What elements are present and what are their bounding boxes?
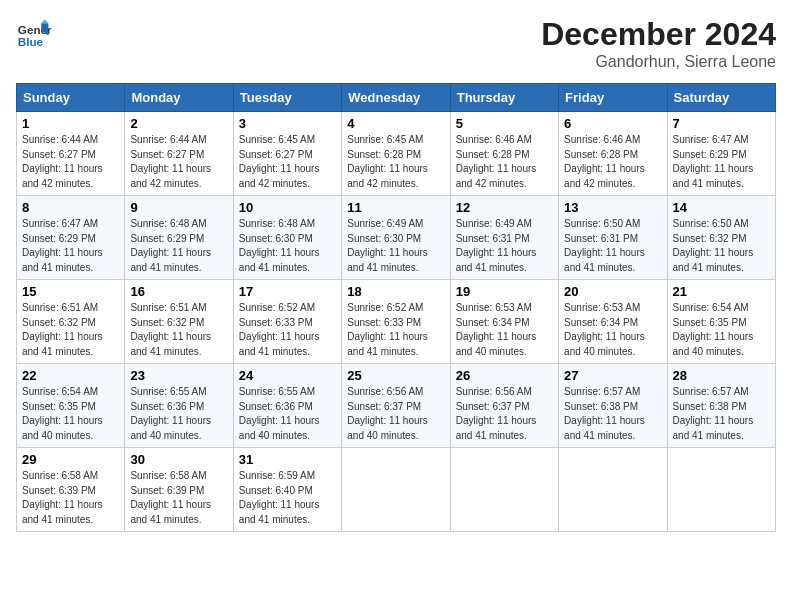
day-number: 10 <box>239 200 336 215</box>
calendar-cell: 24 Sunrise: 6:55 AMSunset: 6:36 PMDaylig… <box>233 364 341 448</box>
day-number: 1 <box>22 116 119 131</box>
calendar-cell: 2 Sunrise: 6:44 AMSunset: 6:27 PMDayligh… <box>125 112 233 196</box>
day-number: 31 <box>239 452 336 467</box>
day-info: Sunrise: 6:52 AMSunset: 6:33 PMDaylight:… <box>347 302 428 357</box>
day-info: Sunrise: 6:56 AMSunset: 6:37 PMDaylight:… <box>456 386 537 441</box>
day-info: Sunrise: 6:56 AMSunset: 6:37 PMDaylight:… <box>347 386 428 441</box>
calendar-cell: 19 Sunrise: 6:53 AMSunset: 6:34 PMDaylig… <box>450 280 558 364</box>
day-info: Sunrise: 6:49 AMSunset: 6:31 PMDaylight:… <box>456 218 537 273</box>
calendar-cell: 14 Sunrise: 6:50 AMSunset: 6:32 PMDaylig… <box>667 196 775 280</box>
day-info: Sunrise: 6:55 AMSunset: 6:36 PMDaylight:… <box>239 386 320 441</box>
calendar-cell: 10 Sunrise: 6:48 AMSunset: 6:30 PMDaylig… <box>233 196 341 280</box>
calendar-cell: 26 Sunrise: 6:56 AMSunset: 6:37 PMDaylig… <box>450 364 558 448</box>
calendar-table: SundayMondayTuesdayWednesdayThursdayFrid… <box>16 83 776 532</box>
calendar-week-4: 22 Sunrise: 6:54 AMSunset: 6:35 PMDaylig… <box>17 364 776 448</box>
calendar-cell: 17 Sunrise: 6:52 AMSunset: 6:33 PMDaylig… <box>233 280 341 364</box>
day-info: Sunrise: 6:46 AMSunset: 6:28 PMDaylight:… <box>456 134 537 189</box>
calendar-week-5: 29 Sunrise: 6:58 AMSunset: 6:39 PMDaylig… <box>17 448 776 532</box>
day-info: Sunrise: 6:48 AMSunset: 6:30 PMDaylight:… <box>239 218 320 273</box>
calendar-header-wednesday: Wednesday <box>342 84 450 112</box>
calendar-header-saturday: Saturday <box>667 84 775 112</box>
day-info: Sunrise: 6:53 AMSunset: 6:34 PMDaylight:… <box>456 302 537 357</box>
day-number: 5 <box>456 116 553 131</box>
calendar-cell: 5 Sunrise: 6:46 AMSunset: 6:28 PMDayligh… <box>450 112 558 196</box>
day-number: 26 <box>456 368 553 383</box>
day-number: 27 <box>564 368 661 383</box>
calendar-cell: 12 Sunrise: 6:49 AMSunset: 6:31 PMDaylig… <box>450 196 558 280</box>
day-info: Sunrise: 6:50 AMSunset: 6:32 PMDaylight:… <box>673 218 754 273</box>
day-number: 15 <box>22 284 119 299</box>
day-info: Sunrise: 6:54 AMSunset: 6:35 PMDaylight:… <box>22 386 103 441</box>
day-info: Sunrise: 6:57 AMSunset: 6:38 PMDaylight:… <box>564 386 645 441</box>
calendar-cell: 16 Sunrise: 6:51 AMSunset: 6:32 PMDaylig… <box>125 280 233 364</box>
day-number: 23 <box>130 368 227 383</box>
calendar-cell: 31 Sunrise: 6:59 AMSunset: 6:40 PMDaylig… <box>233 448 341 532</box>
day-info: Sunrise: 6:49 AMSunset: 6:30 PMDaylight:… <box>347 218 428 273</box>
day-info: Sunrise: 6:44 AMSunset: 6:27 PMDaylight:… <box>130 134 211 189</box>
calendar-cell: 4 Sunrise: 6:45 AMSunset: 6:28 PMDayligh… <box>342 112 450 196</box>
day-number: 22 <box>22 368 119 383</box>
calendar-cell: 21 Sunrise: 6:54 AMSunset: 6:35 PMDaylig… <box>667 280 775 364</box>
day-number: 14 <box>673 200 770 215</box>
day-info: Sunrise: 6:58 AMSunset: 6:39 PMDaylight:… <box>22 470 103 525</box>
calendar-cell: 22 Sunrise: 6:54 AMSunset: 6:35 PMDaylig… <box>17 364 125 448</box>
title-area: December 2024 Gandorhun, Sierra Leone <box>541 16 776 71</box>
calendar-header-sunday: Sunday <box>17 84 125 112</box>
day-info: Sunrise: 6:52 AMSunset: 6:33 PMDaylight:… <box>239 302 320 357</box>
calendar-cell: 13 Sunrise: 6:50 AMSunset: 6:31 PMDaylig… <box>559 196 667 280</box>
day-info: Sunrise: 6:47 AMSunset: 6:29 PMDaylight:… <box>22 218 103 273</box>
day-info: Sunrise: 6:59 AMSunset: 6:40 PMDaylight:… <box>239 470 320 525</box>
day-info: Sunrise: 6:50 AMSunset: 6:31 PMDaylight:… <box>564 218 645 273</box>
day-number: 8 <box>22 200 119 215</box>
day-number: 21 <box>673 284 770 299</box>
day-number: 24 <box>239 368 336 383</box>
calendar-cell: 7 Sunrise: 6:47 AMSunset: 6:29 PMDayligh… <box>667 112 775 196</box>
day-info: Sunrise: 6:45 AMSunset: 6:28 PMDaylight:… <box>347 134 428 189</box>
page-header: General Blue December 2024 Gandorhun, Si… <box>16 16 776 71</box>
calendar-cell: 1 Sunrise: 6:44 AMSunset: 6:27 PMDayligh… <box>17 112 125 196</box>
calendar-week-2: 8 Sunrise: 6:47 AMSunset: 6:29 PMDayligh… <box>17 196 776 280</box>
day-number: 4 <box>347 116 444 131</box>
calendar-cell: 15 Sunrise: 6:51 AMSunset: 6:32 PMDaylig… <box>17 280 125 364</box>
day-info: Sunrise: 6:54 AMSunset: 6:35 PMDaylight:… <box>673 302 754 357</box>
day-number: 25 <box>347 368 444 383</box>
day-number: 16 <box>130 284 227 299</box>
calendar-cell: 3 Sunrise: 6:45 AMSunset: 6:27 PMDayligh… <box>233 112 341 196</box>
calendar-cell: 29 Sunrise: 6:58 AMSunset: 6:39 PMDaylig… <box>17 448 125 532</box>
calendar-header-monday: Monday <box>125 84 233 112</box>
day-number: 3 <box>239 116 336 131</box>
calendar-cell: 6 Sunrise: 6:46 AMSunset: 6:28 PMDayligh… <box>559 112 667 196</box>
calendar-cell: 28 Sunrise: 6:57 AMSunset: 6:38 PMDaylig… <box>667 364 775 448</box>
calendar-cell: 18 Sunrise: 6:52 AMSunset: 6:33 PMDaylig… <box>342 280 450 364</box>
day-info: Sunrise: 6:45 AMSunset: 6:27 PMDaylight:… <box>239 134 320 189</box>
day-number: 18 <box>347 284 444 299</box>
day-info: Sunrise: 6:55 AMSunset: 6:36 PMDaylight:… <box>130 386 211 441</box>
calendar-cell <box>342 448 450 532</box>
day-number: 2 <box>130 116 227 131</box>
location-title: Gandorhun, Sierra Leone <box>541 53 776 71</box>
day-number: 28 <box>673 368 770 383</box>
day-number: 19 <box>456 284 553 299</box>
day-number: 6 <box>564 116 661 131</box>
day-number: 20 <box>564 284 661 299</box>
calendar-cell: 8 Sunrise: 6:47 AMSunset: 6:29 PMDayligh… <box>17 196 125 280</box>
calendar-cell: 11 Sunrise: 6:49 AMSunset: 6:30 PMDaylig… <box>342 196 450 280</box>
day-info: Sunrise: 6:46 AMSunset: 6:28 PMDaylight:… <box>564 134 645 189</box>
calendar-cell: 20 Sunrise: 6:53 AMSunset: 6:34 PMDaylig… <box>559 280 667 364</box>
month-title: December 2024 <box>541 16 776 53</box>
svg-marker-3 <box>41 20 48 24</box>
day-number: 30 <box>130 452 227 467</box>
day-info: Sunrise: 6:58 AMSunset: 6:39 PMDaylight:… <box>130 470 211 525</box>
calendar-week-1: 1 Sunrise: 6:44 AMSunset: 6:27 PMDayligh… <box>17 112 776 196</box>
calendar-header-thursday: Thursday <box>450 84 558 112</box>
calendar-cell: 23 Sunrise: 6:55 AMSunset: 6:36 PMDaylig… <box>125 364 233 448</box>
calendar-header-friday: Friday <box>559 84 667 112</box>
day-info: Sunrise: 6:57 AMSunset: 6:38 PMDaylight:… <box>673 386 754 441</box>
day-info: Sunrise: 6:48 AMSunset: 6:29 PMDaylight:… <box>130 218 211 273</box>
day-number: 11 <box>347 200 444 215</box>
day-info: Sunrise: 6:53 AMSunset: 6:34 PMDaylight:… <box>564 302 645 357</box>
calendar-cell <box>450 448 558 532</box>
day-number: 17 <box>239 284 336 299</box>
day-number: 9 <box>130 200 227 215</box>
calendar-cell: 30 Sunrise: 6:58 AMSunset: 6:39 PMDaylig… <box>125 448 233 532</box>
